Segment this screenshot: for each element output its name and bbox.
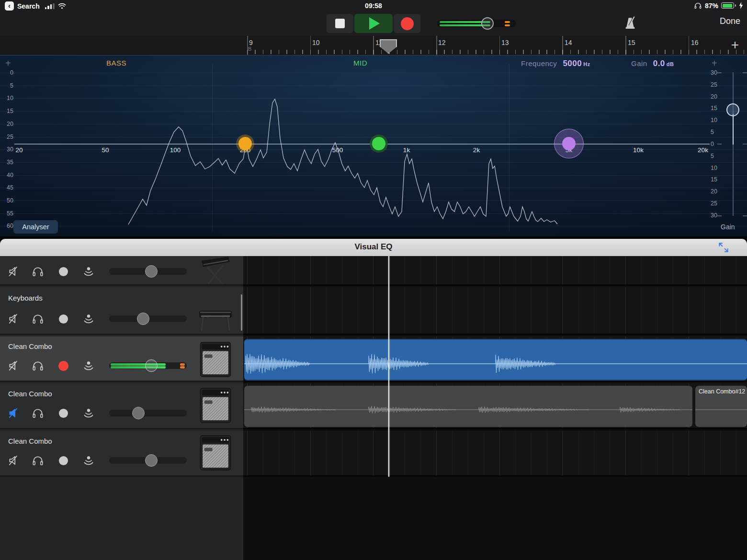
eq-output-gain-fill xyxy=(733,114,734,145)
track-icon-amp[interactable] xyxy=(198,341,233,378)
waveform-blue xyxy=(244,340,747,381)
mute-icon[interactable] xyxy=(8,313,20,325)
play-icon xyxy=(369,17,380,30)
plugin-window-titlebar[interactable]: Visual EQ xyxy=(0,239,747,256)
solo-headphones-icon[interactable] xyxy=(32,454,44,467)
record-enable-dot[interactable] xyxy=(59,267,68,276)
battery-icon xyxy=(721,2,734,9)
gain-dash xyxy=(743,215,747,216)
mute-icon[interactable] xyxy=(8,454,20,467)
master-volume-slider[interactable] xyxy=(437,20,516,27)
track-row-keyboards[interactable]: Keyboards xyxy=(0,287,243,335)
track-clip-left xyxy=(180,363,185,366)
track-volume-knob[interactable] xyxy=(137,313,149,325)
solo-headphones-icon[interactable] xyxy=(32,313,44,325)
charging-bolt-icon xyxy=(739,2,743,9)
ruler-zoom-plus-button[interactable]: + xyxy=(729,40,741,51)
timeline-ruler[interactable]: 9 10 11 12 13 14 15 16 B + xyxy=(0,36,747,55)
gain-dash xyxy=(743,144,747,145)
mute-icon[interactable] xyxy=(8,359,20,372)
mute-icon[interactable] xyxy=(8,265,20,278)
lane-clean-combo-3 xyxy=(243,431,747,477)
solo-headphones-icon[interactable] xyxy=(32,359,44,372)
eq-output-gain-knob[interactable] xyxy=(726,103,739,116)
gain-dash xyxy=(743,72,747,73)
track-volume-knob[interactable] xyxy=(145,454,158,467)
status-bar: ‹ Search 09:58 87% xyxy=(0,0,747,12)
track-header-panel: Keyboards Clean Combo xyxy=(0,256,243,560)
gain-axis-label: Gain xyxy=(721,223,735,231)
garageband-app: ‹ Search 09:58 87% xyxy=(0,0,747,560)
track-volume-slider[interactable] xyxy=(109,457,187,464)
audio-region-recording[interactable] xyxy=(244,339,747,381)
record-enable-dot[interactable] xyxy=(59,314,68,324)
bar-number: 13 xyxy=(501,39,509,46)
track-icon-electric-piano[interactable] xyxy=(198,307,233,332)
record-enable-dot[interactable] xyxy=(59,409,68,418)
eq-band-mid-handle[interactable] xyxy=(372,137,385,150)
master-volume-knob[interactable] xyxy=(481,17,494,30)
gain-dash xyxy=(717,72,722,73)
record-enable-dot[interactable] xyxy=(59,456,68,465)
playhead-line xyxy=(388,256,389,477)
track-name: Clean Combo xyxy=(8,437,52,445)
input-monitor-icon[interactable] xyxy=(82,407,95,419)
done-button[interactable]: Done xyxy=(720,16,740,26)
track-volume-knob[interactable] xyxy=(145,265,158,278)
track-name: Clean Combo xyxy=(8,390,52,398)
eq-band-bass-handle[interactable] xyxy=(238,137,252,150)
headphones-icon xyxy=(694,1,702,10)
track-volume-slider[interactable] xyxy=(109,410,187,416)
track-name: Keyboards xyxy=(8,294,43,302)
record-enable-dot-armed[interactable] xyxy=(58,361,68,371)
input-monitor-icon[interactable] xyxy=(82,454,95,467)
arrangement-lanes: Clean Combo#12 xyxy=(243,256,747,560)
stop-icon xyxy=(335,19,345,28)
track-volume-slider[interactable] xyxy=(109,268,187,275)
tracks-workspace: Keyboards Clean Combo xyxy=(0,256,747,560)
record-button[interactable] xyxy=(394,14,420,33)
eq-band-treble-handle[interactable] xyxy=(562,137,576,150)
track-row-synth[interactable] xyxy=(0,256,243,286)
track-volume-knob[interactable] xyxy=(132,407,145,419)
input-monitor-icon[interactable] xyxy=(82,265,95,278)
track-row-clean-combo-2[interactable]: Clean Combo xyxy=(0,383,243,429)
battery-tip xyxy=(735,4,736,7)
battery-percent: 87% xyxy=(705,2,718,10)
track-icon-amp[interactable] xyxy=(198,387,233,424)
expand-plugin-icon[interactable] xyxy=(717,241,730,254)
bar-number: 16 xyxy=(691,39,699,46)
track-clip-right xyxy=(180,366,185,369)
play-button[interactable] xyxy=(354,14,393,33)
plugin-title: Visual EQ xyxy=(0,242,747,252)
track-icon-keyboard-stand[interactable] xyxy=(198,256,233,286)
track-row-clean-combo-3[interactable]: Clean Combo xyxy=(0,431,243,477)
input-monitor-icon[interactable] xyxy=(82,313,95,325)
track-icon-amp[interactable] xyxy=(198,435,233,471)
record-icon xyxy=(401,17,414,30)
playhead-marker[interactable] xyxy=(380,39,397,54)
metronome-button[interactable] xyxy=(622,14,638,32)
track-volume-slider[interactable] xyxy=(109,315,187,322)
track-list-scrollbar[interactable] xyxy=(241,294,242,331)
visual-eq-panel: BASS MID Frequency5000Hz Gain0.0dB + + 0… xyxy=(0,55,747,236)
solo-headphones-icon[interactable] xyxy=(32,265,44,278)
bar-number: 12 xyxy=(438,39,446,46)
input-monitor-icon[interactable] xyxy=(82,359,95,372)
track-name: Clean Combo xyxy=(8,342,52,350)
stop-button[interactable] xyxy=(327,14,353,33)
track-row-clean-combo-1[interactable]: Clean Combo xyxy=(0,336,243,382)
clock: 09:58 xyxy=(0,2,747,10)
clip-indicator-left xyxy=(505,21,510,23)
solo-headphones-icon[interactable] xyxy=(32,407,44,419)
analyser-toggle-button[interactable]: Analyser xyxy=(13,220,58,234)
bar-number: 14 xyxy=(565,39,572,46)
mute-icon-active[interactable] xyxy=(8,407,20,419)
beats-label: B xyxy=(248,46,251,52)
audio-region-clean-combo-12[interactable]: Clean Combo#12 xyxy=(695,386,747,427)
toolbar: ‹ Search 09:58 87% xyxy=(0,0,747,36)
track-volume-slider-with-meter[interactable] xyxy=(109,362,187,369)
region-label: Clean Combo#12 xyxy=(699,388,745,395)
track-volume-knob[interactable] xyxy=(145,359,158,372)
audio-region-muted[interactable] xyxy=(244,386,692,427)
